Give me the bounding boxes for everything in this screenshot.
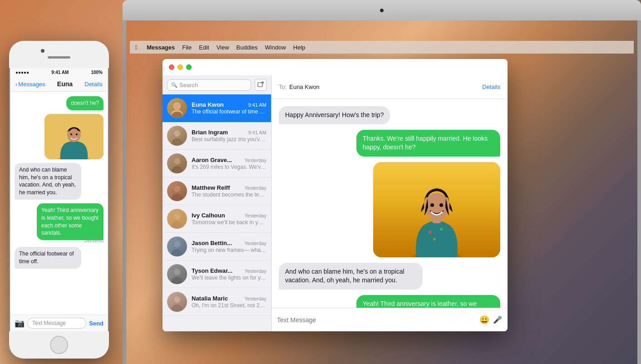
avatar-matthew (167, 181, 187, 201)
message-row-1: Happy Anniversary! How's the trip? (279, 106, 500, 124)
svg-point-17 (430, 203, 434, 207)
chat-recipient: Euna Kwon (289, 84, 320, 90)
conv-preview-euna: The official footwear of time off. (192, 108, 266, 115)
avatar-jason (167, 236, 187, 256)
status-time: 9:41 AM (51, 70, 69, 75)
iphone-details-button[interactable]: Details (84, 81, 103, 88)
message-row-2: Thanks. We're still happily married. He … (279, 130, 500, 157)
photo-bubble (373, 162, 500, 257)
svg-point-13 (440, 228, 443, 231)
message-row-5: Yeah! Third anniversary is leather, so w… (279, 295, 500, 308)
iphone-bubble-5: The official footwear of time off. (15, 247, 81, 269)
iphone-msg-row-1: doesn't he? (15, 96, 104, 110)
message-input[interactable] (277, 316, 476, 324)
iphone-send-button[interactable]: Send (89, 320, 104, 327)
bubble-4: And who can blame him, he's on a tropica… (279, 263, 423, 290)
svg-rect-0 (258, 83, 262, 87)
avatar-brian (167, 126, 187, 146)
home-button[interactable] (50, 336, 68, 354)
conversation-item-brian[interactable]: Brian Ingram 9:41 AM Best surfabilly jaz… (163, 122, 271, 150)
to-label: To: (279, 84, 286, 90)
conv-time-aaron: Yesterday (244, 157, 266, 163)
menu-edit[interactable]: Edit (199, 44, 209, 51)
svg-point-18 (439, 203, 443, 207)
conversation-item-ivy[interactable]: Ivy Calhoun Yesterday Tomorrow we'll be … (163, 205, 271, 233)
chat-header: To: Euna Kwon Details (271, 75, 508, 99)
menubar:  Messages File Edit View Buddies Window… (130, 41, 634, 54)
avatar-aaron (167, 153, 187, 173)
conv-preview-natalia: Oh, I'm on 21st Street, not 21st Avenue. (192, 302, 266, 309)
conv-preview-matthew: The student becomes the teacher. And vic… (192, 192, 266, 198)
iphone-screen: ●●●●● 9:41 AM 100% ‹ Messages Euna Detai… (11, 68, 107, 331)
conv-info-brian: Brian Ingram 9:41 AM Best surfabilly jaz… (192, 129, 266, 143)
conversation-item-jason[interactable]: Jason Bettin... Yesterday Trying on new … (163, 233, 271, 261)
conv-name-jason: Jason Bettin... (192, 240, 232, 246)
conversation-item-natalia[interactable]: Natalia Maric Yesterday Oh, I'm on 21st … (163, 288, 271, 316)
conversation-item-matthew[interactable]: Matthew Reiff Yesterday The student beco… (163, 177, 271, 205)
conv-name-euna: Euna Kwon (192, 101, 224, 108)
chat-area: To: Euna Kwon Details Happy Anniversary!… (271, 75, 508, 331)
avatar-tyson (167, 264, 187, 284)
iphone-bottom (9, 331, 109, 359)
conv-time-ivy: Yesterday (244, 213, 266, 218)
svg-point-8 (174, 241, 180, 247)
conv-name-ivy: Ivy Calhoun (192, 212, 225, 219)
compose-button[interactable] (255, 79, 266, 91)
sidebar-header: 🔍 Search (163, 75, 271, 94)
avatar-euna (167, 98, 187, 118)
avatar-ivy (167, 209, 187, 229)
conversation-item-aaron[interactable]: Aaron Grave... Yesterday It's 269 miles … (163, 150, 271, 177)
iphone-msg-row-image (15, 114, 104, 159)
menu-help[interactable]: Help (293, 44, 306, 51)
svg-point-7 (174, 213, 180, 220)
iphone-input-placeholder: Text Message (32, 320, 66, 326)
conv-info-tyson: Tyson Edwar... Yesterday We'll leave the… (192, 267, 266, 281)
conversation-item-euna[interactable]: Euna Kwon 9:41 AM The official footwear … (163, 94, 271, 122)
svg-point-14 (433, 238, 436, 241)
details-button[interactable]: Details (482, 84, 500, 90)
maximize-button[interactable] (186, 64, 192, 70)
iphone-msg-row-4: Yeah! Third anniversary is leather, so w… (15, 203, 104, 243)
search-icon: 🔍 (171, 82, 178, 88)
svg-point-10 (174, 296, 180, 303)
iphone-message-input[interactable]: Text Message (27, 318, 86, 329)
battery-indicator: 100% (91, 70, 103, 75)
mic-button[interactable]: 🎤 (493, 315, 502, 324)
conv-time-brian: 9:41 AM (248, 130, 266, 135)
back-button[interactable]: ‹ Messages (15, 81, 45, 88)
iphone-top (9, 41, 109, 68)
iphone-contact-name: Euna (45, 80, 85, 88)
menu-window[interactable]: Window (265, 44, 286, 51)
conv-info-ivy: Ivy Calhoun Yesterday Tomorrow we'll be … (192, 212, 266, 226)
svg-point-3 (174, 103, 180, 109)
apple-menu[interactable]:  (135, 44, 138, 51)
conv-time-jason: Yesterday (244, 241, 266, 246)
conv-time-matthew: Yesterday (244, 185, 266, 191)
messages-window: 🔍 Search (163, 59, 508, 331)
menu-buddies[interactable]: Buddies (237, 44, 258, 51)
iphone-camera (41, 49, 44, 53)
conversation-item-tyson[interactable]: Tyson Edwar... Yesterday We'll leave the… (163, 261, 271, 288)
svg-point-4 (174, 130, 180, 137)
conv-info-jason: Jason Bettin... Yesterday Trying on new … (192, 240, 266, 253)
iphone-bubble-3: And who can blame him, he's on a tropica… (15, 163, 81, 200)
search-placeholder: Search (179, 82, 198, 89)
minimize-button[interactable] (178, 64, 183, 70)
camera-button[interactable]: 📷 (15, 318, 25, 328)
iphone-input-bar: 📷 Text Message Send (11, 315, 107, 331)
search-box[interactable]: 🔍 Search (167, 79, 251, 91)
mac-frame:  Messages File Edit View Buddies Window… (123, 0, 641, 364)
traffic-lights (163, 59, 198, 70)
conv-time-tyson: Yesterday (244, 268, 266, 274)
svg-point-23 (76, 133, 78, 135)
svg-point-12 (428, 231, 432, 234)
iphone-nav: ‹ Messages Euna Details (11, 77, 107, 92)
emoji-button[interactable]: 😀 (479, 315, 489, 325)
close-button[interactable] (169, 64, 174, 70)
svg-point-22 (70, 133, 72, 135)
menu-messages[interactable]: Messages (147, 44, 175, 51)
menu-view[interactable]: View (217, 44, 229, 51)
menu-file[interactable]: File (182, 44, 192, 51)
conv-name-tyson: Tyson Edwar... (192, 267, 232, 274)
iphone-image-bubble (44, 114, 104, 159)
